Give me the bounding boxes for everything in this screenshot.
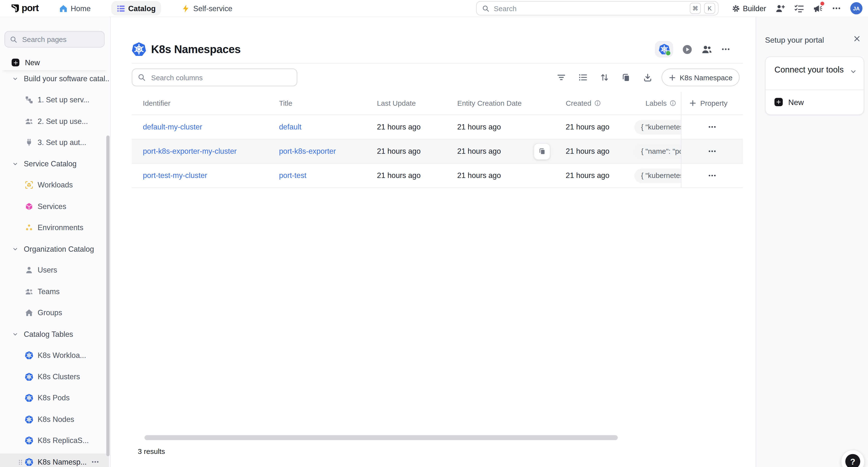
user-avatar[interactable]: JA xyxy=(850,2,862,14)
chevron-down-icon xyxy=(12,246,18,252)
col-header-created[interactable]: Created xyxy=(555,92,634,115)
add-property-label: Property xyxy=(700,99,727,107)
labels-chip[interactable]: { "name": "por xyxy=(634,144,681,158)
tab-home[interactable]: Home xyxy=(53,1,96,15)
row-actions-button[interactable] xyxy=(681,122,743,132)
kubernetes-icon xyxy=(25,394,33,402)
title-link[interactable]: default xyxy=(279,123,301,131)
tab-self-service[interactable]: Self-service xyxy=(176,1,238,15)
builder-button[interactable]: Builder xyxy=(732,4,766,12)
sidebar-item-setup-automations[interactable]: 3. Set up aut... xyxy=(0,134,109,151)
sidebar-section-service-catalog[interactable]: Service Catalog xyxy=(0,156,109,172)
close-panel-button[interactable] xyxy=(853,35,861,43)
sidebar-item-setup-users[interactable]: 2. Set up use... xyxy=(0,113,109,129)
sidebar-item-teams[interactable]: Teams xyxy=(0,283,109,300)
col-header-identifier[interactable]: Identifier xyxy=(132,92,268,115)
add-property-button[interactable]: Property xyxy=(681,92,743,115)
info-icon xyxy=(594,100,601,107)
labels-cell: { "name": "por xyxy=(634,139,681,163)
sidebar-item-k8s-replicasets[interactable]: K8s ReplicaS... xyxy=(0,432,109,448)
add-k8s-namespace-button[interactable]: K8s Namespace xyxy=(661,69,740,86)
sidebar-item-k8s-nodes[interactable]: K8s Nodes xyxy=(0,411,109,427)
search-columns[interactable] xyxy=(132,69,297,86)
cube-scan-icon xyxy=(25,181,33,189)
col-header-labels[interactable]: Labels xyxy=(634,92,681,115)
title-link[interactable]: port-k8s-exporter xyxy=(279,147,336,156)
plug-icon xyxy=(25,138,33,146)
sidebar-search[interactable] xyxy=(4,31,104,47)
panel-new-button[interactable]: New xyxy=(766,90,864,114)
page-menu-button[interactable] xyxy=(721,45,730,54)
sidebar-new-button[interactable]: New xyxy=(0,55,109,70)
row-actions-cell xyxy=(681,164,743,188)
invite-users-button[interactable] xyxy=(776,4,785,13)
chevron-down-icon xyxy=(850,66,857,76)
checklist-icon xyxy=(795,4,804,13)
labels-cell: { "kubernetes xyxy=(634,115,681,139)
bolt-icon xyxy=(182,4,190,12)
sidebar: New Build your software catal... 1. Set … xyxy=(0,16,111,467)
sidebar-item-workloads[interactable]: Workloads xyxy=(0,177,109,193)
sidebar-item-k8s-clusters[interactable]: K8s Clusters xyxy=(0,368,109,385)
col-header-last-update[interactable]: Last Update xyxy=(366,92,446,115)
col-header-title[interactable]: Title xyxy=(268,92,366,115)
item-label: Workloads xyxy=(38,181,73,189)
setup-portal-panel: Setup your portal Connect your tools New xyxy=(755,16,868,467)
row-actions-button[interactable] xyxy=(681,171,743,180)
copy-cell-button[interactable] xyxy=(534,143,550,160)
col-header-entity-creation-date[interactable]: Entity Creation Date xyxy=(446,92,555,115)
title-link[interactable]: port-test xyxy=(279,171,306,180)
tab-home-label: Home xyxy=(71,4,91,12)
horizontal-scrollbar[interactable] xyxy=(145,435,618,440)
sidebar-scrollbar[interactable] xyxy=(106,136,110,456)
sidebar-item-groups[interactable]: Groups xyxy=(0,304,109,321)
port-logo[interactable]: port xyxy=(11,3,39,14)
identifier-link[interactable]: port-k8s-exporter-my-cluster xyxy=(143,147,237,156)
group-by-button[interactable] xyxy=(579,73,587,82)
sidebar-item-k8s-pods[interactable]: K8s Pods xyxy=(0,390,109,406)
export-button[interactable] xyxy=(643,73,652,82)
sidebar-search-input[interactable] xyxy=(21,35,99,44)
navbar-right: Builder JA xyxy=(732,0,862,16)
connect-tools-toggle[interactable]: Connect your tools xyxy=(766,57,864,90)
search-icon xyxy=(10,36,17,43)
sidebar-item-setup-service[interactable]: 1. Set up serv... xyxy=(0,91,109,108)
sidebar-section-catalog-tables[interactable]: Catalog Tables xyxy=(0,326,109,342)
labels-chip[interactable]: { "kubernetes xyxy=(634,120,681,134)
sidebar-section-build[interactable]: Build your software catal... xyxy=(0,70,109,87)
checklist-button[interactable] xyxy=(795,4,804,13)
col-header-labels-label: Labels xyxy=(645,99,666,107)
more-menu-button[interactable] xyxy=(832,4,841,12)
manage-properties-button[interactable] xyxy=(622,73,630,82)
announcements-button[interactable] xyxy=(813,4,823,13)
row-actions-button[interactable] xyxy=(681,146,743,156)
sidebar-section-organization-catalog[interactable]: Organization Catalog xyxy=(0,240,109,257)
exporter-status-chip[interactable] xyxy=(655,41,673,58)
run-button[interactable] xyxy=(683,45,692,54)
page-header: K8s Namespaces xyxy=(132,41,241,58)
col-header-created-label: Created xyxy=(566,99,591,107)
global-search[interactable]: ⌘ K xyxy=(476,1,718,15)
sort-button[interactable] xyxy=(600,73,609,82)
sidebar-item-k8s-namespaces[interactable]: K8s Namesp... xyxy=(0,454,109,467)
tab-catalog[interactable]: Catalog xyxy=(111,1,161,15)
identifier-link[interactable]: port-test-my-cluster xyxy=(143,171,207,180)
entity-creation-date-value: 21 hours ago xyxy=(446,164,555,188)
global-search-input[interactable] xyxy=(493,4,686,13)
people-icon xyxy=(25,117,33,125)
add-button-label: K8s Namespace xyxy=(680,73,733,81)
labels-chip[interactable]: { "kubernetes xyxy=(634,168,681,182)
home-icon xyxy=(59,4,67,12)
sidebar-item-services[interactable]: Services xyxy=(0,198,109,214)
audience-button[interactable] xyxy=(702,44,712,54)
sidebar-item-environments[interactable]: Environments xyxy=(0,219,109,236)
filter-button[interactable] xyxy=(557,73,565,82)
drag-handle-icon[interactable] xyxy=(17,458,24,466)
sidebar-item-users[interactable]: Users xyxy=(0,262,109,278)
search-columns-input[interactable] xyxy=(150,73,291,82)
identifier-link[interactable]: default-my-cluster xyxy=(143,123,202,131)
download-icon xyxy=(643,73,652,82)
sidebar-item-k8s-workloads[interactable]: K8s Workloa... xyxy=(0,347,109,363)
item-options-button[interactable] xyxy=(91,458,99,466)
item-label: K8s Workloa... xyxy=(38,351,86,359)
